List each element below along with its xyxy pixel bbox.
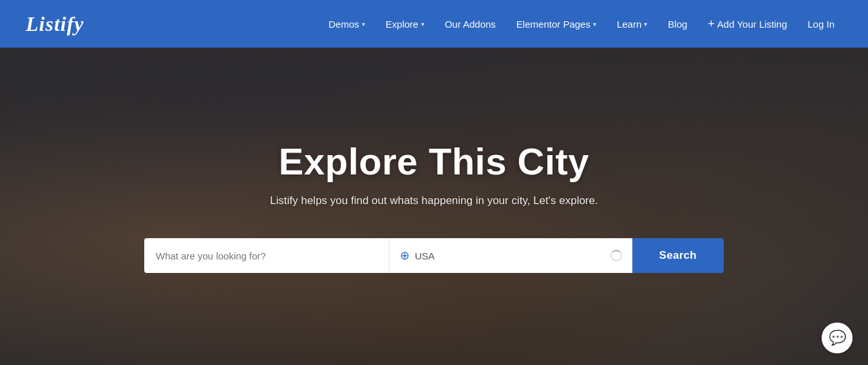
hero-subtitle: Listify helps you find out whats happeni…: [13, 194, 855, 207]
chevron-down-icon: ▾: [362, 21, 365, 28]
nav-menu: Demos ▾ Explore ▾ Our Addons Elementor P…: [321, 12, 842, 36]
location-input-wrap: ⊕: [389, 238, 632, 273]
nav-item-explore[interactable]: Explore ▾: [378, 14, 432, 35]
nav-label-addons: Our Addons: [445, 19, 496, 30]
nav-label-blog: Blog: [668, 19, 687, 30]
location-input[interactable]: [415, 250, 605, 261]
nav-label-demos: Demos: [328, 19, 359, 30]
chevron-down-icon: ▾: [421, 21, 424, 28]
chat-icon: 💬: [829, 330, 846, 346]
keyword-input[interactable]: [156, 250, 377, 261]
nav-label-learn: Learn: [617, 19, 641, 30]
nav-item-demos[interactable]: Demos ▾: [321, 14, 373, 35]
chevron-down-icon: ▾: [644, 21, 647, 28]
add-listing-button[interactable]: + Add Your Listing: [700, 12, 795, 36]
nav-item-learn[interactable]: Learn ▾: [609, 14, 655, 35]
chat-button[interactable]: 💬: [822, 323, 853, 353]
nav-item-elementor[interactable]: Elementor Pages ▾: [509, 14, 604, 35]
keyword-input-wrap: [144, 238, 389, 273]
nav-label-elementor: Elementor Pages: [516, 19, 590, 30]
search-bar: ⊕ Search: [144, 238, 724, 273]
nav-item-blog[interactable]: Blog: [660, 14, 695, 35]
navbar: Listify Demos ▾ Explore ▾ Our Addons Ele…: [0, 0, 868, 48]
logo[interactable]: Listify: [26, 12, 84, 36]
nav-label-explore: Explore: [386, 19, 419, 30]
chevron-down-icon: ▾: [593, 21, 596, 28]
search-button[interactable]: Search: [632, 238, 724, 273]
add-listing-label: Add Your Listing: [717, 19, 787, 30]
login-label: Log In: [807, 19, 835, 30]
nav-item-addons[interactable]: Our Addons: [437, 14, 504, 35]
hero-content: Explore This City Listify helps you find…: [0, 140, 868, 273]
loading-spinner: [610, 250, 622, 261]
location-crosshair-icon: ⊕: [400, 248, 410, 263]
login-button[interactable]: Log In: [800, 14, 842, 35]
hero-section: Explore This City Listify helps you find…: [0, 48, 868, 365]
plus-icon: +: [708, 17, 715, 31]
hero-title: Explore This City: [13, 140, 855, 183]
